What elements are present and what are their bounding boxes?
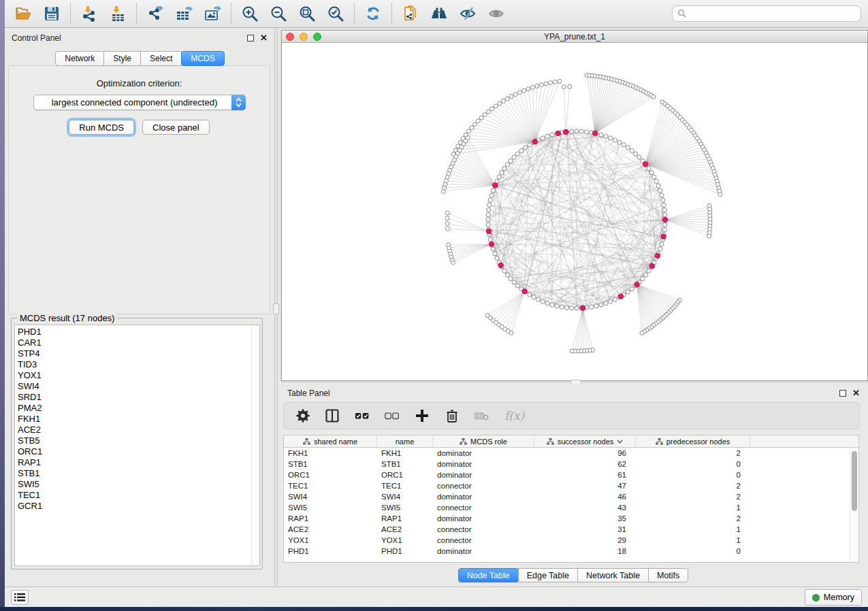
mcds-node[interactable] [563, 129, 568, 134]
mcds-result-item[interactable]: PHD1 [15, 327, 259, 337]
ring-node[interactable] [652, 175, 656, 179]
ring-node[interactable] [512, 280, 516, 284]
ring-node[interactable] [656, 184, 660, 188]
leaf-node[interactable] [447, 243, 451, 247]
ring-node[interactable] [545, 134, 549, 138]
tab-edge-table[interactable]: Edge Table [518, 568, 578, 582]
table-row[interactable]: RAP1RAP1dominator352 [284, 513, 858, 524]
ring-node[interactable] [536, 297, 540, 301]
leaf-node[interactable] [479, 116, 483, 120]
hide-selected-eye-slash-icon[interactable] [457, 3, 478, 24]
tab-motifs[interactable]: Motifs [648, 568, 688, 582]
mcds-result-item[interactable]: SRD1 [15, 392, 259, 403]
mcds-result-item[interactable]: TEC1 [15, 490, 259, 501]
ring-node[interactable] [515, 284, 519, 288]
mcds-node[interactable] [618, 294, 623, 299]
ring-node[interactable] [641, 277, 645, 281]
mcds-result-item[interactable]: CAR1 [15, 337, 259, 348]
mcds-node[interactable] [643, 161, 647, 166]
select-all-checkboxes-icon[interactable] [355, 408, 370, 423]
column-header-name[interactable]: name [377, 435, 433, 447]
leaf-node[interactable] [476, 119, 480, 123]
mcds-result-item[interactable]: SWI4 [15, 381, 259, 392]
mcds-result-item[interactable]: ORC1 [15, 446, 259, 457]
mcds-node[interactable] [661, 234, 666, 239]
ring-node[interactable] [491, 247, 495, 251]
network-graph[interactable] [282, 43, 867, 380]
ring-node[interactable] [500, 171, 504, 175]
leaf-node[interactable] [490, 107, 494, 111]
ring-node[interactable] [515, 152, 519, 156]
mcds-list-scrollbar[interactable] [251, 325, 259, 565]
ring-node[interactable] [663, 213, 667, 217]
ring-node[interactable] [570, 306, 574, 310]
mcds-result-item[interactable]: RAP1 [15, 457, 259, 468]
leaf-node[interactable] [652, 95, 656, 99]
ring-node[interactable] [489, 193, 494, 197]
tab-select[interactable]: Select [140, 51, 182, 66]
leaf-node[interactable] [562, 85, 566, 89]
refresh-layout-icon[interactable] [363, 3, 383, 24]
ring-node[interactable] [626, 290, 630, 294]
ring-node[interactable] [662, 203, 666, 207]
ring-node[interactable] [622, 143, 626, 147]
ring-node[interactable] [626, 146, 630, 150]
leaf-node[interactable] [466, 136, 470, 140]
tab-node-table[interactable]: Node Table [458, 568, 519, 582]
table-scrollbar-thumb[interactable] [852, 451, 857, 511]
open-file-icon[interactable] [13, 3, 33, 24]
zoom-selected-icon[interactable] [325, 3, 346, 24]
zoom-fit-icon[interactable] [297, 3, 317, 24]
ring-node[interactable] [555, 304, 559, 308]
ring-node[interactable] [609, 136, 613, 140]
show-all-eye-icon[interactable] [486, 3, 507, 24]
ring-node[interactable] [524, 146, 528, 150]
mcds-node[interactable] [649, 263, 654, 268]
ring-node[interactable] [662, 208, 666, 212]
leaf-node[interactable] [494, 104, 498, 108]
mcds-node[interactable] [486, 229, 491, 233]
mcds-node[interactable] [498, 263, 503, 267]
ring-node[interactable] [486, 213, 490, 217]
table-row[interactable]: STB1STB1dominator620 [284, 459, 858, 469]
ring-node[interactable] [609, 299, 613, 303]
ring-node[interactable] [512, 155, 516, 159]
panel-menu-button[interactable] [11, 590, 29, 605]
leaf-node[interactable] [513, 93, 517, 97]
close-panel-button[interactable]: Close panel [142, 120, 210, 135]
ring-node[interactable] [502, 167, 507, 171]
leaf-node[interactable] [568, 84, 572, 88]
leaf-node[interactable] [445, 211, 449, 215]
ring-node[interactable] [488, 237, 492, 242]
export-image-icon[interactable] [202, 3, 223, 24]
ring-node[interactable] [560, 305, 564, 309]
float-panel-icon[interactable] [839, 390, 846, 397]
mcds-result-item[interactable]: YOX1 [15, 370, 259, 381]
ring-node[interactable] [658, 188, 662, 193]
add-column-icon[interactable] [415, 408, 430, 423]
ring-node[interactable] [575, 306, 579, 310]
ring-node[interactable] [613, 138, 617, 142]
ring-node[interactable] [594, 304, 598, 308]
export-network-icon[interactable] [145, 3, 165, 24]
import-table-icon[interactable] [108, 3, 128, 24]
close-panel-icon[interactable]: ✕ [852, 390, 860, 397]
leaf-node[interactable] [640, 331, 644, 335]
tab-style[interactable]: Style [103, 51, 141, 66]
ring-node[interactable] [630, 148, 634, 152]
mcds-result-item[interactable]: STP4 [15, 348, 259, 359]
table-row[interactable]: ACE2ACE2connector311 [284, 524, 858, 535]
leaf-node[interactable] [526, 87, 530, 91]
leaf-node[interactable] [718, 193, 722, 197]
ring-node[interactable] [663, 222, 667, 227]
close-panel-icon[interactable]: ✕ [260, 35, 268, 42]
leaf-node[interactable] [517, 90, 521, 95]
mcds-node[interactable] [662, 217, 667, 222]
ring-node[interactable] [584, 130, 588, 134]
mcds-node[interactable] [556, 131, 560, 135]
leaf-node[interactable] [505, 97, 509, 101]
table-row[interactable]: PHD1PHD1dominator180 [284, 546, 858, 557]
ring-node[interactable] [493, 252, 497, 256]
network-window-titlebar[interactable]: YPA_prune.txt_1 [282, 31, 867, 43]
clone-network-icon[interactable] [400, 3, 421, 24]
